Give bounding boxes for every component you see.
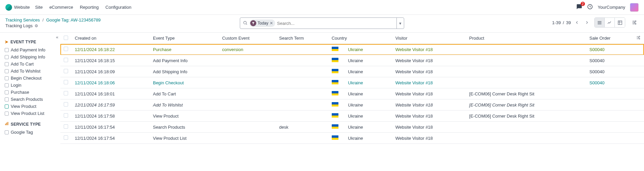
sidebar-item-label: Add Shipping Info: [11, 54, 45, 59]
avatar[interactable]: [630, 3, 639, 12]
table-row[interactable]: 12/11/2024 16:17:59Add To Wishlist Ukrai…: [60, 99, 644, 111]
col-sale[interactable]: Sale Order: [586, 33, 633, 44]
pager-sep: /: [563, 20, 564, 25]
cell-term: desk: [276, 122, 328, 133]
table-row[interactable]: 12/11/2024 16:18:22Purchaseconversion Uk…: [60, 44, 644, 55]
sidebar-item-add-shipping-info[interactable]: Add Shipping Info: [5, 53, 57, 60]
row-checkbox[interactable]: [64, 69, 68, 73]
row-checkbox[interactable]: [64, 80, 68, 84]
checkbox-icon: [5, 48, 9, 52]
sidebar-collapse-icon[interactable]: «: [56, 35, 58, 40]
sidebar-item-label: Google Tag: [11, 130, 33, 135]
sidebar-item-add-payment-info[interactable]: Add Payment Info: [5, 46, 57, 53]
search-bar: Today ✕ ▾: [240, 17, 404, 29]
nav-item-ecommerce[interactable]: eCommerce: [49, 5, 73, 10]
col-term[interactable]: Search Term: [276, 33, 328, 44]
sidebar-item-google-tag[interactable]: Google Tag: [5, 129, 57, 136]
sidebar-item-view-product[interactable]: View Product: [5, 103, 57, 110]
row-checkbox[interactable]: [64, 58, 68, 62]
view-pivot-icon[interactable]: [615, 18, 625, 27]
cell-visitor: Website Visitor #18: [392, 133, 466, 144]
facet-remove-icon[interactable]: ✕: [270, 21, 273, 26]
breadcrumb-root[interactable]: Tracking Services: [5, 17, 40, 23]
activity-icon[interactable]: [587, 4, 593, 11]
cell-visitor: Website Visitor #18: [392, 111, 466, 122]
pager-next-icon[interactable]: [583, 18, 591, 27]
sidebar-section-service-type: SERVICE TYPE: [5, 122, 57, 127]
row-checkbox[interactable]: [64, 135, 68, 140]
sidebar-item-view-product-list[interactable]: View Product List: [5, 110, 57, 117]
col-custom[interactable]: Custom Event: [219, 33, 276, 44]
brand[interactable]: Website: [5, 4, 30, 11]
col-country[interactable]: Country: [328, 33, 392, 44]
table-row[interactable]: 12/11/2024 16:17:54View Product List Ukr…: [60, 133, 644, 144]
table-row[interactable]: 12/11/2024 16:17:58View Product UkraineW…: [60, 111, 644, 122]
cell-term: [276, 44, 328, 55]
sidebar-item-purchase[interactable]: Purchase: [5, 89, 57, 96]
table-row[interactable]: 12/11/2024 16:18:06Begin Checkout Ukrain…: [60, 77, 644, 88]
svg-rect-8: [8, 122, 8, 125]
facet-label: Today: [258, 21, 268, 26]
cell-event: Search Products: [150, 122, 219, 133]
select-all-checkbox[interactable]: [64, 36, 68, 40]
pager-prev-icon[interactable]: [573, 18, 581, 27]
table-row[interactable]: 12/11/2024 16:17:54Search Productsdesk U…: [60, 122, 644, 133]
pager-range[interactable]: 1-39: [552, 20, 561, 25]
row-checkbox[interactable]: [64, 47, 68, 51]
gear-icon[interactable]: ⚙: [35, 24, 38, 28]
col-event[interactable]: Event Type: [150, 33, 219, 44]
columns-adjust-icon[interactable]: [636, 36, 641, 41]
cell-term: [276, 77, 328, 88]
checkbox-icon: [5, 130, 9, 134]
view-graph-icon[interactable]: [605, 18, 615, 27]
cell-country: Ukraine: [328, 122, 392, 133]
col-created[interactable]: Created on: [71, 33, 150, 44]
breadcrumb-current[interactable]: Google Tag: AW-123456789: [46, 17, 101, 23]
messages-icon[interactable]: 2: [576, 4, 582, 11]
pager: 1-39 / 39: [552, 18, 591, 27]
sidebar-item-add-to-wishlist[interactable]: Add To Wishlist: [5, 68, 57, 75]
nav-item-reporting[interactable]: Reporting: [80, 5, 99, 10]
company-name[interactable]: YourCompany: [598, 5, 625, 10]
filter-panel-toggle-icon[interactable]: [630, 18, 639, 27]
table-row[interactable]: 12/11/2024 16:18:09Add Shipping Info Ukr…: [60, 66, 644, 77]
table-row[interactable]: 12/11/2024 16:18:15Add Payment Info Ukra…: [60, 55, 644, 66]
view-list-icon[interactable]: [595, 18, 605, 27]
svg-point-4: [634, 22, 635, 23]
cell-visitor: Website Visitor #18: [392, 55, 466, 66]
sidebar-item-label: Add To Cart: [11, 61, 34, 67]
cell-event: Begin Checkout: [150, 77, 219, 88]
sidebar-item-begin-checkout[interactable]: Begin Checkout: [5, 75, 57, 82]
sidebar-item-search-products[interactable]: Search Products: [5, 96, 57, 103]
search-input[interactable]: [277, 21, 394, 26]
row-checkbox[interactable]: [64, 91, 68, 95]
cell-custom: [219, 77, 276, 88]
col-visitor[interactable]: Visitor: [392, 33, 466, 44]
flag-icon: [332, 47, 338, 51]
page-title-text: Tracking Logs: [5, 23, 33, 28]
cell-country: Ukraine: [328, 55, 392, 66]
cell-country: Ukraine: [328, 88, 392, 99]
nav-item-site[interactable]: Site: [35, 5, 43, 10]
nav-item-configuration[interactable]: Configuration: [105, 5, 131, 10]
sidebar-item-label: Add Payment Info: [11, 47, 45, 52]
cell-event: Add Payment Info: [150, 55, 219, 66]
cell-term: [276, 111, 328, 122]
table-row[interactable]: 12/11/2024 16:18:01Add To Cart UkraineWe…: [60, 88, 644, 99]
search-dropdown-toggle[interactable]: ▾: [396, 18, 404, 29]
sidebar: « ➤ EVENT TYPE Add Payment InfoAdd Shipp…: [0, 33, 60, 144]
row-checkbox[interactable]: [64, 113, 68, 118]
sidebar-item-add-to-cart[interactable]: Add To Cart: [5, 60, 57, 68]
row-checkbox[interactable]: [64, 124, 68, 129]
sidebar-item-login[interactable]: Login: [5, 82, 57, 89]
cell-sale: [586, 111, 633, 122]
sidebar-sec2-title: SERVICE TYPE: [11, 122, 41, 127]
pager-total: 39: [566, 20, 571, 25]
svg-point-11: [639, 38, 640, 39]
col-product[interactable]: Product: [466, 33, 586, 44]
svg-rect-7: [6, 123, 7, 125]
row-checkbox[interactable]: [64, 102, 68, 106]
cell-term: [276, 99, 328, 111]
flag-icon: [332, 91, 338, 95]
cell-visitor: Website Visitor #18: [392, 99, 466, 111]
